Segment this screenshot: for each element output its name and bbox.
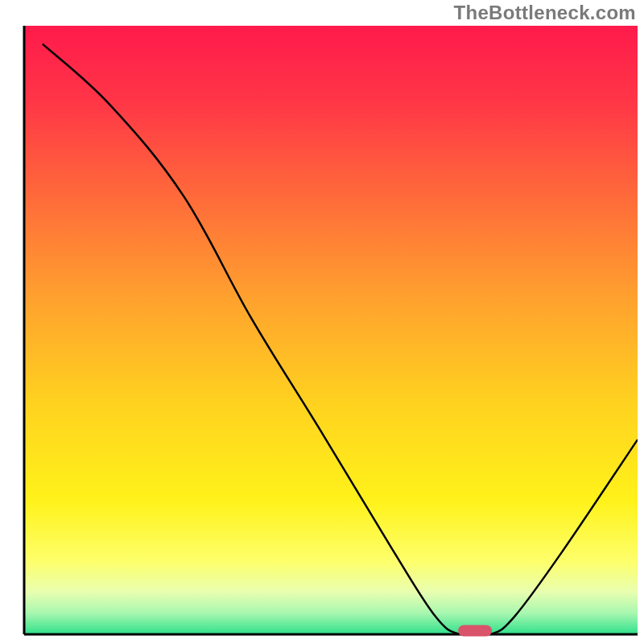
gradient-background: [24, 26, 638, 634]
optimal-marker: [458, 625, 492, 636]
chart-svg: [0, 0, 644, 644]
watermark-text: TheBottleneck.com: [454, 2, 636, 24]
chart-stage: TheBottleneck.com: [0, 0, 644, 644]
